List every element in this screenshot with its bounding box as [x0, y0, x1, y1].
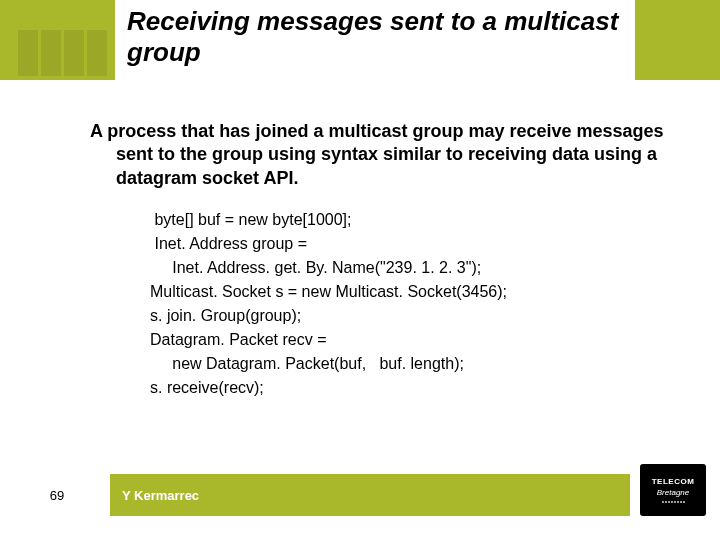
code-line: s. receive(recv);	[150, 376, 670, 400]
slide-number: 69	[50, 488, 64, 503]
logo-text-top: TELECOM	[652, 477, 695, 486]
title-container: Receiving messages sent to a multicast g…	[115, 0, 635, 80]
code-line: byte[] buf = new byte[1000];	[150, 208, 670, 232]
slide-number-box: 69	[12, 474, 102, 516]
code-line: s. join. Group(group);	[150, 304, 670, 328]
code-line: new Datagram. Packet(buf, buf. length);	[150, 352, 670, 376]
footer-bar: Y Kermarrec	[110, 474, 630, 516]
code-line: Datagram. Packet recv =	[150, 328, 670, 352]
body-paragraph: A process that has joined a multicast gr…	[90, 120, 670, 190]
slide-body: A process that has joined a multicast gr…	[90, 120, 670, 400]
telecom-bretagne-logo: TELECOM Bretagne	[640, 464, 706, 516]
code-line: Inet. Address. get. By. Name("239. 1. 2.…	[150, 256, 670, 280]
logo-text-bottom: Bretagne	[657, 488, 689, 497]
slide-title: Receiving messages sent to a multicast g…	[127, 6, 623, 68]
header-decoration	[18, 30, 108, 76]
code-block: byte[] buf = new byte[1000]; Inet. Addre…	[90, 208, 670, 400]
code-line: Multicast. Socket s = new Multicast. Soc…	[150, 280, 670, 304]
footer-author: Y Kermarrec	[122, 488, 199, 503]
header-band: Receiving messages sent to a multicast g…	[0, 0, 720, 80]
footer: 69 Y Kermarrec TELECOM Bretagne	[0, 474, 720, 516]
code-line: Inet. Address group =	[150, 232, 670, 256]
logo-bars-icon	[662, 501, 685, 503]
